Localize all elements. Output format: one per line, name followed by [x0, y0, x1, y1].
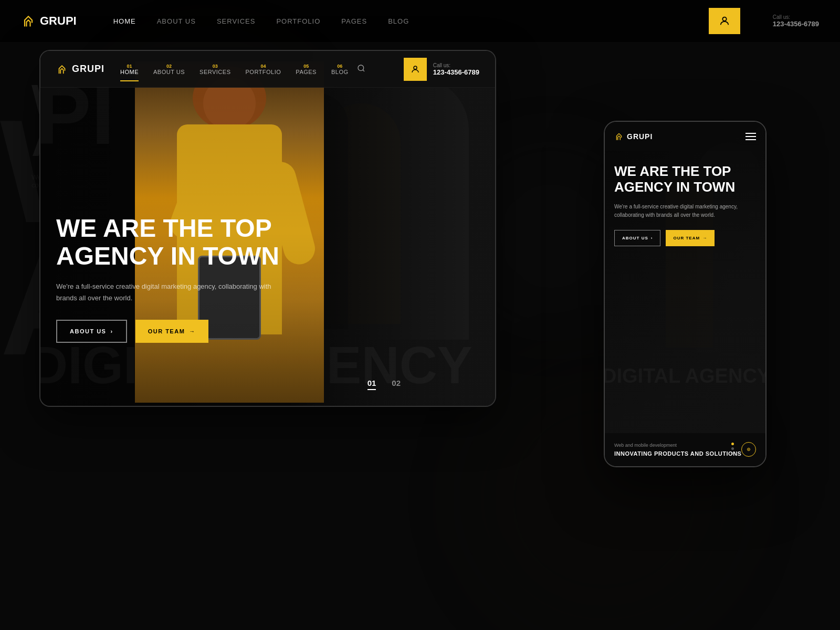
tablet-logo-text: GRUPI	[72, 64, 104, 75]
bg-logo: GRUPI	[21, 14, 77, 28]
chevron-right-icon: ›	[110, 328, 113, 334]
bg-nav-home[interactable]: HOME	[113, 17, 136, 25]
bg-nav-blog[interactable]: BLOG	[388, 17, 409, 25]
hamburger-line-3	[746, 139, 756, 140]
mobile-card-label: Web and mobile development	[614, 443, 756, 448]
dot-1	[731, 443, 734, 445]
tablet-cta-button[interactable]	[404, 58, 427, 81]
tablet-nav-label-pages: PAGES	[296, 69, 317, 75]
tablet-nav-blog[interactable]: 06 BLOG	[331, 64, 349, 75]
mobile-slide-dots	[731, 443, 734, 455]
mobile-card-indicator[interactable]	[741, 442, 756, 457]
tablet-nav-label-portfolio: PORTFOLIO	[245, 69, 281, 75]
mobile-watermark: DIGITAL AGENCY	[605, 365, 765, 387]
mobile-hero-buttons: ABOUT US › OUR TEAM →	[614, 230, 756, 246]
hamburger-line-1	[746, 133, 756, 134]
tablet-nav-services[interactable]: 03 SERVICES	[200, 64, 230, 75]
tablet-nav-about[interactable]: 02 ABOUT US	[153, 64, 185, 75]
bg-nav-pages[interactable]: PAGES	[341, 17, 367, 25]
tablet-nav-label-blog: BLOG	[331, 69, 349, 75]
tablet-search-icon[interactable]	[357, 64, 365, 75]
tablet-nav-num-5: 05	[303, 64, 309, 69]
tablet-nav-num-2: 02	[166, 64, 172, 69]
tablet-nav-label-home: HOME	[120, 69, 139, 75]
tablet-hero-buttons: ABOUT US › OUR TEAM →	[56, 320, 292, 343]
bg-phone-info: Call us: 123-4356-6789	[773, 14, 819, 28]
mobile-logo-text: GRUPI	[627, 132, 653, 141]
mobile-bottom-card: Web and mobile development INNOVATING PR…	[605, 433, 765, 466]
svg-point-0	[722, 17, 726, 21]
svg-point-3	[414, 66, 417, 69]
bg-cta-button[interactable]	[709, 8, 740, 34]
svg-line-2	[363, 70, 364, 71]
tablet-nav-num-4: 04	[260, 64, 266, 69]
mobile-about-button[interactable]: ABOUT US ›	[614, 230, 660, 246]
tablet-nav: 01 HOME 02 ABOUT US 03 SERVICES 04 PORTF…	[120, 64, 349, 75]
tablet-nav-label-about: ABOUT US	[153, 69, 185, 75]
dot-2	[731, 447, 734, 450]
slide-next[interactable]: 02	[392, 379, 401, 390]
mobile-hero-headline: WE ARE THE TOP AGENCY IN TOWN	[614, 164, 756, 195]
tablet-logo: GRUPI	[56, 64, 104, 75]
tablet-navbar: GRUPI 01 HOME 02 ABOUT US 03 SERVICES 04	[40, 51, 495, 88]
svg-point-1	[358, 65, 364, 71]
mobile-card-title: INNOVATING PRODUCTS AND SOLUTIONS	[614, 450, 756, 457]
bg-nav-about[interactable]: ABOUT US	[157, 17, 196, 25]
tablet-nav-num-3: 03	[213, 64, 218, 69]
tablet-nav-portfolio[interactable]: 04 PORTFOLIO	[245, 64, 281, 75]
tablet-call-label: Call us:	[433, 62, 479, 68]
slide-indicators: 01 02	[368, 379, 401, 390]
tablet-nav-num-6: 06	[337, 64, 342, 69]
bg-navbar: GRUPI HOME ABOUT US SERVICES PORTFOLIO P…	[0, 0, 840, 42]
tablet-hero-headline: WE ARE THE TOP AGENCY IN TOWN	[56, 215, 292, 270]
mobile-chevron-icon: ›	[651, 236, 653, 240]
tablet-hero-description: We're a full-service creative digital ma…	[56, 281, 292, 304]
bg-nav-services[interactable]: SERVICES	[217, 17, 256, 25]
mobile-hero-description: We're a full-service creative digital ma…	[614, 203, 756, 219]
hamburger-line-2	[746, 136, 756, 137]
bg-nav-portfolio[interactable]: PORTFOLIO	[276, 17, 320, 25]
tablet-nav-home[interactable]: 01 HOME	[120, 64, 139, 75]
tablet-phone-number: 123-4356-6789	[433, 68, 479, 76]
bg-logo-text: GRUPI	[40, 14, 77, 28]
tablet-nav-num-1: 01	[127, 64, 132, 69]
tablet-team-button[interactable]: OUR TEAM →	[135, 320, 208, 343]
tablet-hero: WE ARE THE TOP AGENCY IN TOWN We're a fu…	[56, 215, 292, 343]
mobile-navbar: GRUPI	[605, 122, 765, 151]
hamburger-menu-button[interactable]	[746, 133, 756, 140]
mobile-logo: GRUPI	[614, 132, 653, 141]
mobile-team-button[interactable]: OUR TEAM →	[666, 230, 715, 246]
tablet-nav-label-services: SERVICES	[200, 69, 230, 75]
svg-point-5	[749, 449, 749, 450]
bg-call-label: Call us:	[773, 14, 819, 20]
bg-phone-number: 123-4356-6789	[773, 20, 819, 28]
slide-current[interactable]: 01	[368, 379, 376, 390]
tablet-nav-pages[interactable]: 05 PAGES	[296, 64, 317, 75]
tablet-mockup: PI DIGITAL AGENCY GRUPI 01 HOME 02 AB	[39, 50, 496, 407]
mobile-arrow-icon: →	[702, 236, 707, 240]
dot-3	[731, 452, 734, 455]
mobile-mockup: GRUPI DIGITAL AGENCY WE ARE THE TOP AGEN…	[604, 121, 766, 467]
tablet-cta: Call us: 123-4356-6789	[404, 58, 479, 81]
mobile-hero: WE ARE THE TOP AGENCY IN TOWN We're a fu…	[614, 164, 756, 246]
arrow-right-icon: →	[189, 328, 196, 334]
bg-nav-links: HOME ABOUT US SERVICES PORTFOLIO PAGES B…	[113, 17, 410, 25]
tablet-phone-info: Call us: 123-4356-6789	[433, 62, 479, 76]
tablet-about-button[interactable]: ABOUT US ›	[56, 320, 127, 343]
